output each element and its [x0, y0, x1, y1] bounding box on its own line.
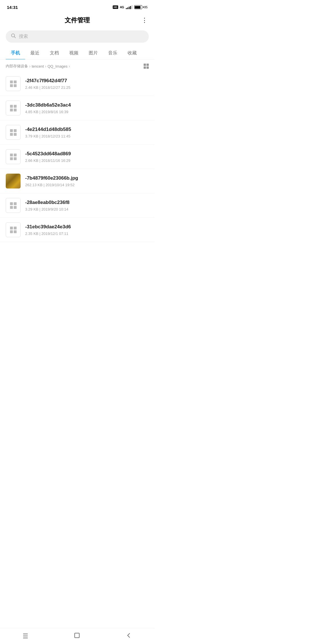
- file-info: -31ebc39dae24e3d6 2.35 KB | 2019/12/1 07…: [25, 224, 149, 236]
- file-name: -7b4879f60e23066b.jpg: [25, 175, 149, 181]
- file-thumbnail-jpg: [6, 174, 21, 189]
- page-title: 文件管理: [65, 16, 90, 25]
- file-info: -5c4523dd648ad869 2.66 KB | 2018/11/16 1…: [25, 151, 149, 163]
- search-icon: [11, 33, 16, 40]
- search-bar[interactable]: 搜索: [6, 30, 149, 43]
- breadcrumb-sep-2: ›: [45, 64, 46, 68]
- file-thumbnail: [6, 125, 21, 140]
- header: 文件管理 ⋮: [0, 13, 154, 28]
- tab-music[interactable]: 音乐: [103, 47, 122, 59]
- file-thumbnail: [6, 198, 21, 213]
- file-meta: 4.85 KB | 2019/8/16 16:39: [25, 110, 149, 114]
- status-icons: HD 4G 85: [113, 5, 148, 9]
- breadcrumb-part-1[interactable]: 内部存储设备: [6, 64, 28, 69]
- battery-body: [134, 5, 142, 9]
- svg-line-1: [14, 37, 16, 38]
- file-thumbnail: [6, 101, 21, 115]
- file-info: -7b4879f60e23066b.jpg 262.13 KB | 2019/1…: [25, 175, 149, 187]
- file-thumbnail: [6, 149, 21, 164]
- signal-bar-2: [127, 7, 128, 9]
- file-type-icon: [10, 227, 17, 233]
- tab-favorites[interactable]: 收藏: [122, 47, 142, 59]
- file-name: -31ebc39dae24e3d6: [25, 224, 149, 230]
- file-meta: 2.66 KB | 2018/11/16 16:29: [25, 158, 149, 163]
- status-time: 14:31: [7, 5, 18, 10]
- list-item[interactable]: -3dc38db6a52e3ac4 4.85 KB | 2019/8/16 16…: [0, 96, 154, 120]
- file-thumbnail: [6, 76, 21, 91]
- file-list: -2f47c7f9642d4f77 2.46 KB | 2018/12/27 2…: [0, 72, 154, 242]
- signal-bar-1: [126, 8, 127, 9]
- file-type-icon: [10, 202, 17, 209]
- file-type-icon: [10, 154, 17, 160]
- more-menu-button[interactable]: ⋮: [141, 17, 148, 24]
- battery-percent: 85: [144, 5, 148, 9]
- list-item[interactable]: -28ae8eab0bc236f8 3.29 KB | 2019/9/20 10…: [0, 193, 154, 218]
- battery-fill: [135, 6, 140, 9]
- breadcrumb-sep-1: ›: [29, 64, 31, 68]
- file-info: -2f47c7f9642d4f77 2.46 KB | 2018/12/27 2…: [25, 78, 149, 90]
- breadcrumb: 内部存储设备 › tencent › QQ_Images ›: [0, 60, 154, 72]
- hd-badge: HD: [113, 5, 118, 9]
- tab-photos[interactable]: 图片: [84, 47, 103, 59]
- file-name: -28ae8eab0bc236f8: [25, 200, 149, 205]
- file-name: -2f47c7f9642d4f77: [25, 78, 149, 84]
- list-item[interactable]: -31ebc39dae24e3d6 2.35 KB | 2019/12/1 07…: [0, 218, 154, 242]
- list-item[interactable]: -2f47c7f9642d4f77 2.46 KB | 2018/12/27 2…: [0, 72, 154, 96]
- status-bar: 14:31 HD 4G 85: [0, 0, 154, 13]
- breadcrumb-part-3[interactable]: QQ_Images: [47, 64, 68, 68]
- file-meta: 262.13 KB | 2019/10/14 19:52: [25, 183, 149, 187]
- file-type-icon: [10, 80, 17, 87]
- signal-bars: [126, 5, 132, 9]
- file-info: -4e2144d1d48db585 3.79 KB | 2018/12/23 1…: [25, 127, 149, 138]
- breadcrumb-part-2[interactable]: tencent: [32, 64, 44, 68]
- file-info: -3dc38db6a52e3ac4 4.85 KB | 2019/8/16 16…: [25, 102, 149, 114]
- file-name: -4e2144d1d48db585: [25, 127, 149, 132]
- tab-recent[interactable]: 最近: [25, 47, 45, 59]
- breadcrumb-sep-3: ›: [69, 64, 70, 68]
- breadcrumb-path: 内部存储设备 › tencent › QQ_Images ›: [6, 64, 70, 69]
- file-meta: 3.29 KB | 2019/9/20 10:14: [25, 207, 149, 211]
- signal-bar-4: [130, 6, 131, 9]
- file-info: -28ae8eab0bc236f8 3.29 KB | 2019/9/20 10…: [25, 200, 149, 211]
- list-item[interactable]: -7b4879f60e23066b.jpg 262.13 KB | 2019/1…: [0, 169, 154, 193]
- signal-bar-3: [129, 7, 130, 9]
- tab-docs[interactable]: 文档: [45, 47, 64, 59]
- tab-phone[interactable]: 手机: [6, 47, 25, 60]
- list-item[interactable]: -5c4523dd648ad869 2.66 KB | 2018/11/16 1…: [0, 145, 154, 169]
- network-badge: 4G: [120, 5, 124, 9]
- grid-view-toggle[interactable]: [144, 64, 149, 69]
- tab-bar: 手机 最近 文档 视频 图片 音乐 收藏: [0, 47, 154, 60]
- battery-tip: [143, 6, 144, 8]
- file-name: -3dc38db6a52e3ac4: [25, 102, 149, 108]
- tab-video[interactable]: 视频: [64, 47, 84, 59]
- file-meta: 3.79 KB | 2018/12/23 11:45: [25, 134, 149, 138]
- file-meta: 2.46 KB | 2018/12/27 21:25: [25, 85, 149, 90]
- battery-indicator: 85: [134, 5, 148, 9]
- signal-bar-5: [132, 5, 132, 9]
- file-meta: 2.35 KB | 2019/12/1 07:11: [25, 231, 149, 236]
- file-type-icon: [10, 105, 17, 111]
- file-type-icon: [10, 129, 17, 136]
- search-container: 搜索: [0, 28, 154, 47]
- file-name: -5c4523dd648ad869: [25, 151, 149, 157]
- file-thumbnail: [6, 222, 21, 237]
- list-item[interactable]: -4e2144d1d48db585 3.79 KB | 2018/12/23 1…: [0, 120, 154, 145]
- search-placeholder-text: 搜索: [19, 34, 28, 40]
